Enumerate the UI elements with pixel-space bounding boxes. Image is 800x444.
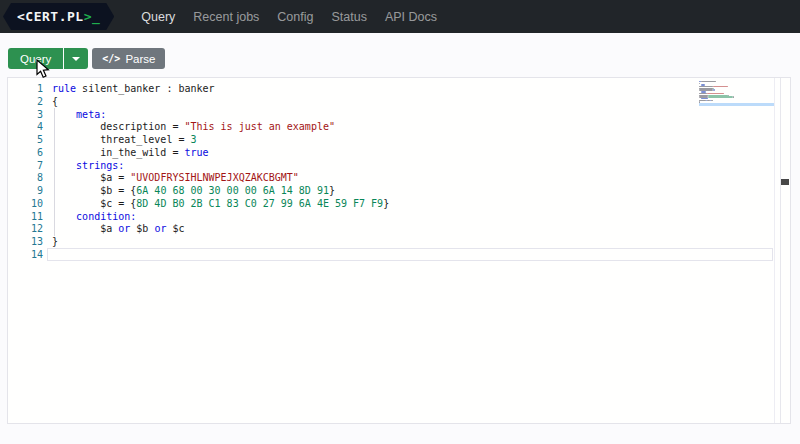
nav-link-status[interactable]: Status <box>322 10 375 24</box>
nav-link-api-docs[interactable]: API Docs <box>376 10 446 24</box>
query-toolbar: Query </> Parse <box>8 48 165 69</box>
nav-link-recent-jobs[interactable]: Recent jobs <box>184 10 268 24</box>
certpl-logo[interactable]: <CERT.PL>_ <box>3 3 114 30</box>
chevron-down-icon <box>72 57 80 61</box>
logo-suffix: > <box>84 9 92 24</box>
line-content: } <box>52 236 58 249</box>
line-content: meta: <box>52 109 106 122</box>
line-content: $a or $b or $c <box>52 223 184 236</box>
line-number[interactable]: 6 <box>8 147 48 160</box>
line-number[interactable]: 1 <box>8 83 48 96</box>
query-dropdown-toggle[interactable] <box>64 48 88 69</box>
code-icon: </> <box>102 53 120 64</box>
parse-button-label: Parse <box>125 53 155 65</box>
line-content: $b = {6A 40 68 00 30 00 00 6A 14 8D 91} <box>52 185 335 198</box>
code-line-10[interactable]: 10 $c = {8D 4D B0 2B C1 83 C0 27 99 6A 4… <box>8 198 790 211</box>
line-content: $c = {8D 4D B0 2B C1 83 C0 27 99 6A 4E 5… <box>52 198 389 211</box>
overview-ruler-cursor-mark <box>781 179 789 185</box>
code-line-13[interactable]: 13} <box>8 236 790 249</box>
logo-cursor-glyph: _ <box>92 9 100 24</box>
line-number[interactable]: 4 <box>8 121 48 134</box>
logo-brand: CERT.PL <box>25 9 83 24</box>
line-number[interactable]: 9 <box>8 185 48 198</box>
line-number[interactable]: 5 <box>8 134 48 147</box>
code-line-8[interactable]: 8 $a = "UVODFRYSIHLNWPEJXQZAKCBGMT" <box>8 172 790 185</box>
code-line-12[interactable]: 12 $a or $b or $c <box>8 223 790 236</box>
nav-link-query[interactable]: Query <box>132 10 184 24</box>
line-number[interactable]: 2 <box>8 96 48 109</box>
code-line-2[interactable]: 2{ <box>8 96 790 109</box>
line-content: in_the_wild = true <box>52 147 209 160</box>
minimap-border <box>774 78 775 423</box>
editor-minimap[interactable] <box>699 81 774 105</box>
editor-scrollbar[interactable] <box>780 78 790 423</box>
line-content: { <box>52 96 58 109</box>
code-line-9[interactable]: 9 $b = {6A 40 68 00 30 00 00 6A 14 8D 91… <box>8 185 790 198</box>
yara-query-editor[interactable]: 1rule silent_banker : banker2{3 meta:4 d… <box>7 77 791 424</box>
code-line-1[interactable]: 1rule silent_banker : banker <box>8 83 790 96</box>
code-line-7[interactable]: 7 strings: <box>8 160 790 173</box>
code-line-14[interactable]: 14 <box>8 249 790 262</box>
line-number[interactable]: 12 <box>8 223 48 236</box>
code-line-3[interactable]: 3 meta: <box>8 109 790 122</box>
line-content: condition: <box>52 211 136 224</box>
nav-link-config[interactable]: Config <box>268 10 322 24</box>
code-line-11[interactable]: 11 condition: <box>8 211 790 224</box>
line-number[interactable]: 13 <box>8 236 48 249</box>
query-button[interactable]: Query <box>8 48 63 69</box>
line-number[interactable]: 14 <box>8 249 48 262</box>
line-number[interactable]: 7 <box>8 160 48 173</box>
top-navbar: <CERT.PL>_ QueryRecent jobsConfigStatusA… <box>0 0 800 33</box>
line-number[interactable]: 8 <box>8 172 48 185</box>
logo-prefix: < <box>17 9 25 24</box>
code-line-4[interactable]: 4 description = "This is just an example… <box>8 121 790 134</box>
minimap-current-line <box>699 103 774 106</box>
line-number[interactable]: 10 <box>8 198 48 211</box>
parse-button[interactable]: </> Parse <box>92 48 165 69</box>
line-number[interactable]: 3 <box>8 109 48 122</box>
line-content: strings: <box>52 160 124 173</box>
line-content: threat_level = 3 <box>52 134 197 147</box>
line-content: description = "This is just an example" <box>52 121 335 134</box>
editor-code-area[interactable]: 1rule silent_banker : banker2{3 meta:4 d… <box>8 83 790 262</box>
navbar-links: QueryRecent jobsConfigStatusAPI Docs <box>132 10 446 24</box>
code-line-6[interactable]: 6 in_the_wild = true <box>8 147 790 160</box>
line-number[interactable]: 11 <box>8 211 48 224</box>
line-content: rule silent_banker : banker <box>52 83 215 96</box>
code-line-5[interactable]: 5 threat_level = 3 <box>8 134 790 147</box>
line-content: $a = "UVODFRYSIHLNWPEJXQZAKCBGMT" <box>52 172 299 185</box>
